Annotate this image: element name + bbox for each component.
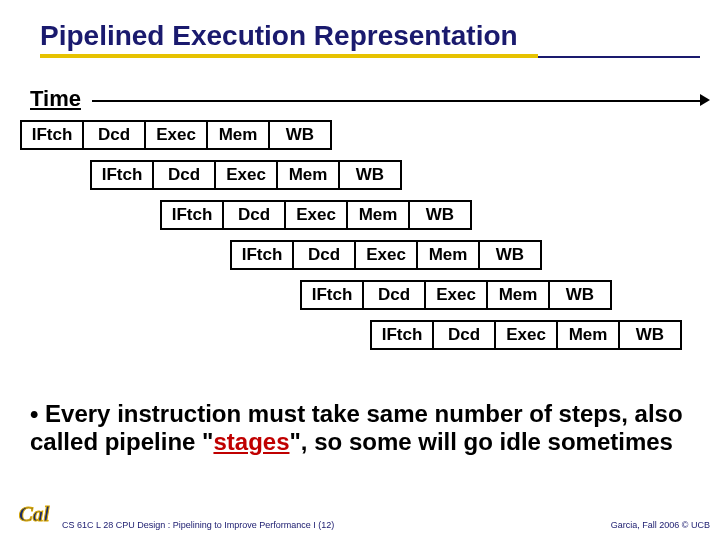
time-axis: Time — [30, 86, 710, 112]
stage-cell: IFtch — [300, 280, 364, 310]
stage-cell: Dcd — [222, 200, 286, 230]
pipeline-row: IFtchDcdExecMemWB — [90, 160, 402, 190]
stage-cell: Mem — [556, 320, 620, 350]
stage-cell: Dcd — [152, 160, 216, 190]
stage-cell: Exec — [424, 280, 488, 310]
arrow-right-icon — [700, 94, 710, 106]
stage-cell: Exec — [284, 200, 348, 230]
stage-cell: Exec — [354, 240, 418, 270]
stage-cell: Mem — [486, 280, 550, 310]
stage-cell: Exec — [214, 160, 278, 190]
stage-cell: Dcd — [362, 280, 426, 310]
cal-logo-icon: Cal — [10, 496, 58, 532]
footer-left: CS 61C L 28 CPU Design : Pipelining to I… — [62, 520, 334, 530]
stage-cell: IFtch — [90, 160, 154, 190]
stage-cell: WB — [478, 240, 542, 270]
stage-cell: Dcd — [82, 120, 146, 150]
bullet-suffix: ", so some will go idle sometimes — [289, 428, 672, 455]
title-block: Pipelined Execution Representation — [0, 0, 720, 58]
slide-title: Pipelined Execution Representation — [40, 20, 538, 58]
stage-cell: Mem — [416, 240, 480, 270]
stage-cell: IFtch — [230, 240, 294, 270]
pipeline-row: IFtchDcdExecMemWB — [230, 240, 542, 270]
stage-cell: Dcd — [292, 240, 356, 270]
pipeline-row: IFtchDcdExecMemWB — [20, 120, 332, 150]
stage-cell: WB — [408, 200, 472, 230]
stage-cell: Dcd — [432, 320, 496, 350]
stage-cell: Exec — [144, 120, 208, 150]
stage-cell: IFtch — [370, 320, 434, 350]
stage-cell: Mem — [346, 200, 410, 230]
time-line — [92, 100, 702, 102]
stage-cell: IFtch — [20, 120, 84, 150]
stage-cell: WB — [548, 280, 612, 310]
stage-cell: WB — [268, 120, 332, 150]
stage-cell: WB — [338, 160, 402, 190]
time-label: Time — [30, 86, 81, 111]
stage-cell: IFtch — [160, 200, 224, 230]
stage-cell: Mem — [206, 120, 270, 150]
pipeline-row: IFtchDcdExecMemWB — [370, 320, 682, 350]
bullet-highlight: stages — [213, 428, 289, 455]
svg-text:Cal: Cal — [19, 502, 50, 526]
pipeline-row: IFtchDcdExecMemWB — [160, 200, 472, 230]
stage-cell: WB — [618, 320, 682, 350]
pipeline-row: IFtchDcdExecMemWB — [300, 280, 612, 310]
stage-cell: Exec — [494, 320, 558, 350]
bullet-text: • Every instruction must take same numbe… — [30, 400, 690, 457]
stage-cell: Mem — [276, 160, 340, 190]
footer-right: Garcia, Fall 2006 © UCB — [611, 520, 710, 530]
